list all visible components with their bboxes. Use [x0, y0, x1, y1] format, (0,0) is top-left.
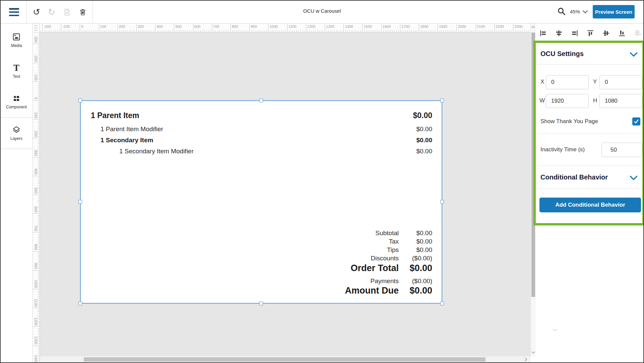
zoom-dropdown-chevron-icon[interactable] — [582, 10, 588, 14]
ruler-minor-tick — [185, 30, 186, 32]
selection-handle-ne[interactable] — [440, 99, 444, 102]
component-icon — [12, 95, 20, 103]
ruler-minor-tick — [38, 217, 40, 217]
new-page-button[interactable] — [62, 7, 72, 17]
align-top-button[interactable] — [585, 28, 595, 38]
ruler-label: 2200 — [496, 24, 504, 29]
ruler-minor-tick — [167, 30, 167, 32]
ruler-label: -100 — [34, 70, 38, 81]
y-label: Y — [593, 79, 597, 85]
ruler-label: 2100 — [477, 24, 485, 29]
left-sidebar: Media T Text Component Layers — [1, 23, 33, 363]
ruler-minor-tick — [259, 30, 259, 32]
ruler-label: 800 — [232, 24, 238, 29]
ruler-minor-tick — [221, 30, 221, 32]
align-center-horizontal-button[interactable] — [554, 28, 564, 38]
sidebar-item-media[interactable]: Media — [1, 25, 32, 56]
sidebar-item-layers[interactable]: Layers — [1, 118, 32, 149]
selection-handle-nw[interactable] — [78, 99, 82, 102]
ruler-major-tick — [513, 23, 513, 32]
hamburger-menu-icon[interactable] — [9, 8, 19, 16]
ruler-minor-tick — [449, 30, 449, 32]
x-input[interactable] — [546, 75, 589, 89]
add-conditional-behavior-button[interactable]: Add Conditional Behavior — [539, 198, 641, 212]
ruler-minor-tick — [38, 89, 40, 89]
ruler-label: 600 — [194, 24, 200, 29]
preview-screen-button[interactable]: Preview Screen — [593, 5, 635, 18]
h-input[interactable] — [599, 94, 642, 108]
distribute-button[interactable] — [633, 28, 643, 38]
zoom-level-value[interactable]: 45% — [570, 9, 580, 14]
undo-button[interactable]: ↺ — [31, 7, 42, 17]
ruler-minor-tick — [276, 30, 276, 32]
ruler-major-tick — [475, 23, 476, 32]
inactivity-time-input[interactable] — [601, 143, 642, 157]
w-input[interactable] — [546, 94, 589, 108]
ocu-receipt-component[interactable]: 1 Parent Item $0.00 1 Parent Item Modifi… — [80, 100, 442, 304]
ruler-minor-tick — [38, 276, 40, 276]
horizontal-scrollbar-thumb[interactable] — [84, 357, 486, 362]
ruler-minor-tick — [38, 268, 40, 268]
ruler-minor-tick — [38, 93, 40, 93]
ruler-minor-tick — [38, 51, 40, 52]
design-canvas[interactable]: 1 Parent Item $0.00 1 Parent Item Modifi… — [40, 33, 530, 356]
ruler-major-tick — [268, 23, 268, 32]
redo-button[interactable]: ↻ — [47, 7, 57, 17]
selection-handle-w[interactable] — [78, 200, 82, 204]
ruler-minor-tick — [38, 57, 40, 57]
selection-handle-s[interactable] — [259, 302, 263, 305]
ruler-major-tick — [174, 23, 174, 32]
align-bottom-button[interactable] — [617, 28, 627, 38]
delete-button[interactable] — [78, 7, 88, 17]
selection-handle-e[interactable] — [440, 200, 444, 204]
conditional-behavior-collapse-chevron-icon[interactable] — [630, 175, 638, 180]
vertical-scrollbar-thumb[interactable] — [531, 33, 535, 297]
selection-handle-sw[interactable] — [78, 302, 82, 305]
ruler-minor-tick — [38, 262, 40, 263]
ruler-minor-tick — [198, 30, 199, 32]
zoom-tool-button[interactable] — [557, 6, 567, 16]
selection-handle-se[interactable] — [440, 302, 444, 305]
ruler-minor-tick — [38, 161, 40, 161]
item-price: $0.00 — [416, 125, 432, 133]
align-right-button[interactable] — [570, 28, 580, 38]
ruler-minor-tick — [74, 30, 75, 32]
receipt-total-row: Amount Due $0.00 — [201, 286, 432, 296]
ruler-label: 1500 — [364, 24, 372, 29]
ruler-minor-tick — [206, 30, 206, 32]
ruler-minor-tick — [407, 30, 408, 32]
ruler-minor-tick — [38, 148, 40, 148]
show-thank-you-checkbox[interactable] — [632, 117, 640, 125]
ruler-minor-tick — [69, 30, 69, 32]
ruler-minor-tick — [38, 183, 40, 184]
ruler-label: 1000 — [34, 277, 38, 288]
ruler-minor-tick — [103, 30, 103, 32]
ruler-minor-tick — [38, 102, 40, 103]
y-input[interactable] — [599, 75, 642, 89]
ruler-minor-tick — [38, 236, 40, 237]
ruler-minor-tick — [489, 30, 489, 32]
scroll-right-icon[interactable] — [523, 357, 528, 362]
ruler-major-tick — [33, 176, 40, 176]
sidebar-item-component[interactable]: Component — [1, 87, 32, 118]
ruler-minor-tick — [468, 30, 468, 32]
ruler-label: 1300 — [34, 334, 38, 345]
scroll-up-icon[interactable] — [531, 25, 535, 29]
align-center-vertical-button[interactable] — [601, 28, 611, 38]
ruler-minor-tick — [374, 30, 374, 32]
ruler-minor-tick — [366, 30, 367, 32]
sidebar-item-text[interactable]: T Text — [1, 56, 32, 87]
ruler-minor-tick — [161, 30, 161, 32]
ruler-minor-tick — [157, 30, 157, 32]
ruler-minor-tick — [38, 80, 40, 80]
selection-handle-n[interactable] — [259, 99, 263, 102]
total-label: Tax — [201, 238, 399, 245]
ruler-minor-tick — [496, 30, 496, 32]
ruler-minor-tick — [106, 30, 107, 32]
ruler-minor-tick — [443, 30, 444, 32]
scroll-down-icon[interactable] — [531, 350, 535, 354]
align-left-button[interactable] — [538, 28, 548, 38]
ruler-label: 1700 — [401, 24, 409, 29]
ruler-minor-tick — [38, 266, 40, 267]
ocu-settings-collapse-chevron-icon[interactable] — [630, 52, 638, 57]
